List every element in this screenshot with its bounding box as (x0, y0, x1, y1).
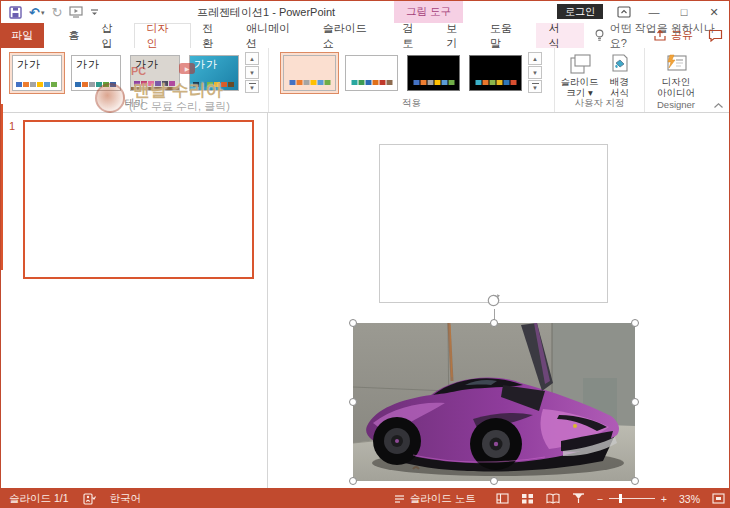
color-swatch (141, 81, 147, 86)
resize-handle-top-left[interactable] (349, 319, 357, 327)
tab-slideshow[interactable]: 슬라이드 쇼 (312, 23, 392, 48)
save-icon[interactable] (9, 6, 22, 19)
color-swatch (155, 81, 161, 86)
slide-thumbnail-panel: 1 (1, 113, 268, 488)
themes-gallery-scroll: ▲ ▼ ▼ (245, 52, 260, 94)
resize-handle-mid-right[interactable] (631, 398, 639, 406)
color-swatch (324, 80, 330, 85)
share-icon (653, 29, 667, 42)
content-placeholder[interactable] (379, 144, 608, 303)
color-swatch (16, 82, 22, 87)
variant-thumbnail-3[interactable] (404, 52, 463, 94)
zoom-level[interactable]: 33% (679, 493, 700, 505)
slide-size-icon (569, 54, 591, 74)
ribbon-design: 가가 가가 가가 가가 ▲ ▼ ▼ (1, 48, 730, 113)
group-variants: ▲ ▼ ▼ 적용 (269, 48, 555, 112)
tab-design[interactable]: 디자인 (134, 23, 191, 48)
fit-slide-to-window-icon[interactable] (712, 493, 725, 504)
group-label-customize: 사용자 지정 (555, 97, 644, 110)
theme-thumbnail-4[interactable]: 가가 (186, 52, 242, 94)
resize-handle-top-center[interactable] (490, 319, 498, 327)
theme-thumbnail-2[interactable]: 가가 (68, 52, 124, 94)
resize-handle-bottom-right[interactable] (631, 477, 639, 485)
tab-transitions[interactable]: 전환 (191, 23, 235, 48)
design-ideas-button[interactable]: 디자인 아이디어 (649, 52, 703, 98)
undo-caret-icon: ▾ (41, 9, 45, 16)
color-swatch (169, 81, 175, 86)
variant-thumbnail-4[interactable] (466, 52, 525, 94)
slide-number: 1 (9, 120, 15, 132)
color-swatch (317, 80, 323, 85)
tab-home[interactable]: 홈 (58, 23, 91, 48)
color-swatch (289, 80, 295, 85)
slide-size-button[interactable]: 슬라이드 크기 ▾ (560, 52, 600, 98)
color-swatch (379, 80, 385, 85)
color-swatch (434, 80, 440, 85)
zoom-in-button[interactable]: + (661, 493, 667, 505)
color-swatch (228, 82, 234, 87)
collapse-ribbon-icon[interactable] (713, 102, 724, 109)
variant-thumbnail-1-selected[interactable] (280, 52, 339, 94)
login-button[interactable]: 로그인 (557, 4, 603, 19)
customize-qat-button[interactable] (90, 8, 99, 17)
comments-button[interactable] (708, 23, 723, 48)
slide-canvas[interactable] (268, 113, 730, 488)
zoom-slider-thumb[interactable] (619, 494, 622, 503)
theme-sample-text: 가가 (17, 57, 41, 72)
rotate-handle-icon[interactable] (485, 292, 502, 309)
format-background-icon (609, 54, 631, 74)
start-slideshow-button[interactable] (69, 6, 83, 18)
redo-button[interactable]: ↻ (51, 6, 62, 19)
tab-format-contextual[interactable]: 서식 (536, 23, 584, 48)
color-swatch (207, 82, 213, 87)
themes-scroll-down-icon[interactable]: ▼ (245, 66, 259, 79)
tab-help[interactable]: 도움말 (479, 23, 534, 48)
group-customize: 슬라이드 크기 ▾ 배경 서식 사용자 지정 (555, 48, 645, 112)
language-indicator[interactable]: 한국어 (110, 492, 142, 506)
color-swatch (475, 80, 481, 85)
color-swatch (427, 80, 433, 85)
normal-view-icon[interactable] (496, 493, 509, 504)
group-themes: 가가 가가 가가 가가 ▲ ▼ ▼ (1, 48, 269, 112)
format-background-button[interactable]: 배경 서식 (600, 52, 640, 98)
themes-scroll-up-icon[interactable]: ▲ (245, 52, 259, 65)
share-button[interactable]: 공유 (653, 23, 693, 48)
color-swatch (310, 80, 316, 85)
theme-thumbnail-1-selected[interactable]: 가가 (9, 52, 65, 94)
lightbulb-icon (594, 29, 605, 42)
variants-more-icon[interactable]: ▼ (528, 80, 542, 93)
tab-review[interactable]: 검토 (391, 23, 435, 48)
variants-scroll-down-icon[interactable]: ▼ (528, 66, 542, 79)
variant-thumbnail-2[interactable] (342, 52, 401, 94)
resize-handle-top-right[interactable] (631, 319, 639, 327)
accessibility-icon[interactable] (83, 493, 96, 505)
theme-thumbnail-3[interactable]: 가가 (127, 52, 183, 94)
resize-handle-bottom-center[interactable] (490, 477, 498, 485)
variants-scroll-up-icon[interactable]: ▲ (528, 52, 542, 65)
group-label-themes: 테마 (1, 97, 268, 110)
color-swatch (23, 82, 29, 87)
slide-thumbnail-selected[interactable] (23, 120, 254, 279)
undo-button[interactable]: ↶▾ (29, 6, 44, 19)
tab-insert[interactable]: 삽입 (91, 23, 135, 48)
zoom-slider[interactable] (609, 498, 655, 499)
zoom-out-button[interactable]: − (597, 493, 603, 505)
color-swatch (496, 80, 502, 85)
quick-access-toolbar: ↶▾ ↻ (9, 3, 99, 21)
color-swatch (162, 81, 168, 86)
themes-more-icon[interactable]: ▼ (245, 80, 259, 93)
slideshow-view-icon[interactable] (572, 493, 585, 504)
tab-file[interactable]: 파일 (1, 23, 44, 48)
color-swatch (200, 82, 206, 87)
notes-label: 슬라이드 노트 (410, 492, 476, 506)
slide-sorter-view-icon[interactable] (521, 493, 534, 504)
tab-view[interactable]: 보기 (435, 23, 479, 48)
reading-view-icon[interactable] (546, 493, 560, 504)
color-swatch (365, 80, 371, 85)
resize-handle-mid-left[interactable] (349, 398, 357, 406)
notes-button[interactable]: 슬라이드 노트 (394, 492, 476, 506)
selected-picture[interactable] (353, 323, 635, 481)
tab-animations[interactable]: 애니메이션 (235, 23, 312, 48)
color-swatch (296, 80, 302, 85)
resize-handle-bottom-left[interactable] (349, 477, 357, 485)
